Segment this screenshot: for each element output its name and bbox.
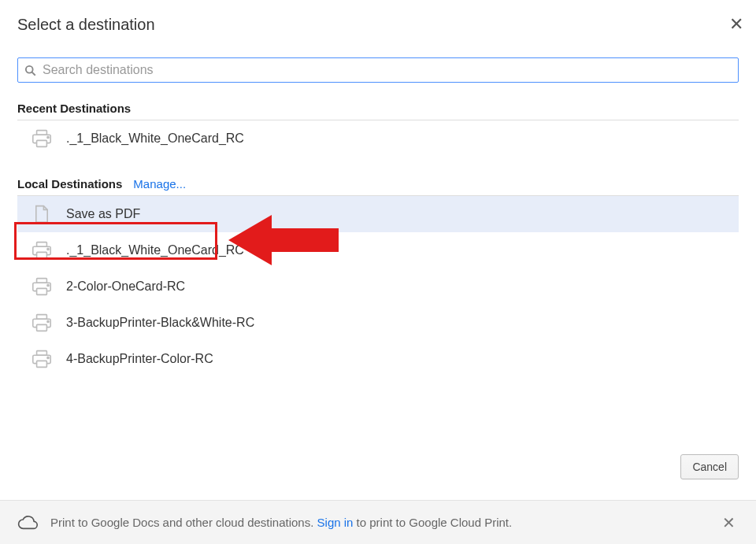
destination-label: ._1_Black_White_OneCard_RC — [66, 243, 244, 257]
cancel-button[interactable]: Cancel — [680, 454, 739, 479]
sign-in-link[interactable]: Sign in — [317, 516, 354, 529]
svg-rect-2 — [37, 131, 47, 135]
local-destinations-header: Local Destinations Manage... — [17, 177, 739, 196]
search-input[interactable] — [43, 63, 732, 77]
destination-item[interactable]: ._1_Black_White_OneCard_RC — [17, 120, 739, 157]
printer-icon — [32, 240, 52, 261]
svg-point-9 — [47, 248, 49, 250]
cloud-text-after: to print to Google Cloud Print. — [353, 516, 512, 529]
local-header-label: Local Destinations — [17, 177, 122, 191]
destination-label: ._1_Black_White_OneCard_RC — [66, 131, 244, 146]
destination-save-as-pdf[interactable]: Save as PDF — [17, 196, 739, 232]
svg-point-0 — [26, 65, 33, 72]
cloud-text-before: Print to Google Docs and other cloud des… — [50, 516, 317, 529]
manage-link[interactable]: Manage... — [133, 177, 186, 191]
svg-rect-6 — [37, 242, 47, 247]
svg-rect-8 — [37, 252, 47, 258]
svg-line-1 — [32, 72, 35, 75]
printer-icon — [32, 313, 52, 333]
cloud-icon — [17, 516, 38, 530]
svg-point-13 — [47, 284, 49, 286]
search-field[interactable] — [17, 57, 739, 83]
cloud-print-text: Print to Google Docs and other cloud des… — [50, 516, 512, 529]
destination-label: Save as PDF — [66, 207, 140, 221]
dismiss-icon[interactable]: ✕ — [719, 513, 739, 532]
close-icon[interactable]: ✕ — [726, 16, 747, 33]
svg-rect-4 — [37, 140, 47, 146]
destination-label: 4-BackupPrinter-Color-RC — [66, 352, 213, 366]
svg-rect-10 — [37, 279, 47, 283]
destination-label: 2-Color-OneCard-RC — [66, 279, 185, 294]
recent-header-label: Recent Destinations — [17, 102, 131, 115]
print-destination-dialog: Select a destination ✕ Recent Destinatio… — [0, 0, 756, 377]
destination-item[interactable]: 4-BackupPrinter-Color-RC — [17, 341, 739, 377]
svg-rect-12 — [37, 288, 47, 294]
svg-point-21 — [47, 357, 49, 358]
local-destinations-list: Save as PDF ._1_Black_White_OneCard_RC — [17, 196, 739, 377]
svg-rect-14 — [37, 315, 47, 320]
dialog-header: Select a destination ✕ — [17, 16, 739, 34]
svg-rect-16 — [37, 324, 47, 331]
cloud-print-bar: Print to Google Docs and other cloud des… — [0, 500, 756, 544]
svg-point-5 — [47, 136, 49, 138]
printer-icon — [32, 349, 52, 369]
destination-item[interactable]: 3-BackupPrinter-Black&White-RC — [17, 305, 739, 341]
page-icon — [32, 204, 52, 224]
destination-item[interactable]: 2-Color-OneCard-RC — [17, 268, 739, 305]
printer-icon — [32, 276, 52, 297]
recent-destinations-list: ._1_Black_White_OneCard_RC — [17, 120, 739, 157]
dialog-footer: Cancel — [680, 454, 739, 479]
svg-rect-18 — [37, 351, 47, 356]
dialog-title: Select a destination — [17, 16, 155, 34]
destination-label: 3-BackupPrinter-Black&White-RC — [66, 316, 254, 330]
svg-rect-20 — [37, 361, 47, 367]
printer-icon — [32, 128, 52, 149]
recent-destinations-header: Recent Destinations — [17, 102, 739, 120]
svg-point-17 — [47, 320, 49, 322]
search-icon — [24, 65, 36, 76]
destination-item[interactable]: ._1_Black_White_OneCard_RC — [17, 232, 739, 268]
